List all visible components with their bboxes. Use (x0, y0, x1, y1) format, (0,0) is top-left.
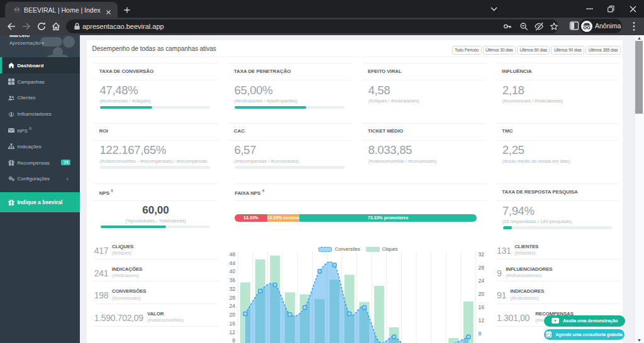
lock-icon[interactable] (74, 23, 80, 30)
kpi-caption: (#cliques / #indicadores) (369, 98, 419, 104)
card-divider (362, 80, 486, 80)
card-divider (94, 80, 218, 80)
filter-todo-periodo[interactable]: Todo Período (452, 46, 482, 55)
sidebar-item-influenciadores[interactable]: Influenciadores (0, 106, 80, 122)
svg-text:12: 12 (230, 329, 236, 335)
reload-icon[interactable] (36, 21, 47, 31)
menu-dots-icon[interactable] (631, 21, 637, 32)
progress-fill (503, 226, 512, 229)
card-divider (362, 140, 486, 141)
scrollbar-thumb[interactable] (635, 41, 643, 114)
nps-caption: (%promotores - %detratores) (94, 218, 218, 224)
filter-365-dias[interactable]: Últimos 365 dias (586, 46, 621, 55)
address-bar[interactable]: apresentacao.beeviral.app (66, 19, 558, 33)
stat-caption: (#cliques) (112, 250, 133, 256)
sidebar-item-recompensas[interactable]: Recompensas 73 (0, 155, 80, 171)
stat-caption: (#indicadores) (510, 295, 544, 301)
star-icon[interactable] (550, 22, 558, 31)
consultoria-button[interactable]: Agende uma consultoria gratuita (544, 329, 624, 340)
demo-button[interactable]: Assita uma demonstração (544, 315, 625, 327)
home-icon[interactable] (51, 21, 61, 31)
svg-text:20: 20 (479, 291, 485, 297)
stat-caption: (#clientes) (514, 250, 538, 256)
stat-value: 1.301,00 (497, 313, 530, 323)
registered-mark: ® (262, 189, 264, 193)
progress-fill (100, 106, 152, 109)
page-scrollbar[interactable]: ▲ ▼ (634, 35, 644, 343)
kpi-faixa-nps: FAIXA NPS ® 13.33% 13.33% neutros 73.33%… (235, 183, 487, 237)
kpi-caption: (#valorconvertido - #recompensas) / #rec… (100, 158, 208, 164)
stat-label: CLIQUES (112, 244, 133, 249)
sidebar-item-nps[interactable]: NPS ® (0, 122, 80, 139)
card-divider (228, 80, 352, 80)
icon-glyph (8, 111, 14, 117)
browser-tab[interactable]: BEEVIRAL | Home | Index (5, 2, 118, 18)
screen: BEEVIRAL | Home | Index (0, 0, 644, 343)
card-divider (94, 200, 218, 201)
stat-meta: CLIQUES(#cliques) (112, 244, 133, 256)
sidebar-item-dashboard[interactable]: Dashboard (0, 57, 80, 74)
restore-glyph (608, 6, 614, 13)
kpi-caption: (#conversoes / #indicadores) (502, 98, 563, 104)
svg-text:8: 8 (232, 338, 235, 343)
back-icon[interactable] (6, 21, 16, 31)
nps-stacked-bar: 13.33% 13.33% neutros 73.33% promotores (235, 214, 477, 222)
browser-toolbar: apresentacao.beeviral.app (0, 18, 644, 35)
stat-label: CONVERSÕES (112, 288, 146, 294)
sidebar-item-indicacoes[interactable]: Indicações (0, 138, 80, 155)
legend-conversoes-marker[interactable] (318, 247, 332, 252)
key-icon[interactable] (503, 22, 512, 31)
progress-bar (235, 166, 345, 168)
svg-text:28: 28 (479, 264, 485, 271)
window-minimize-icon[interactable] (584, 0, 595, 18)
sidebar-item-configuracoes[interactable]: Configurações ‹ (0, 171, 80, 187)
legend-cliques-label[interactable]: Cliques (382, 246, 398, 252)
filter-60-dias[interactable]: Últimos 60 dias (517, 46, 550, 55)
sitemap-icon (8, 143, 14, 150)
kpi-value: 8.033,85 (369, 143, 413, 157)
gift-icon (8, 199, 14, 206)
profile-name: Anônima (595, 22, 621, 30)
registered-mark: ® (111, 189, 113, 193)
zoom-icon[interactable] (519, 22, 528, 31)
svg-text:20: 20 (230, 312, 236, 318)
svg-text:28: 28 (230, 295, 236, 301)
new-tab-icon[interactable] (123, 5, 131, 13)
favicon-beeviral-icon (14, 7, 20, 13)
kpi-value: 2,25 (502, 143, 525, 157)
decorative-blob (63, 36, 75, 48)
stat-value: 91 (497, 290, 506, 300)
profile-chip[interactable]: Anônima (579, 19, 622, 33)
legend-cliques-marker[interactable] (366, 247, 380, 252)
kpi-ticket-medio: TICKET MÉDIO 8.033,85 (#valorconvertido … (362, 123, 486, 184)
svg-text:24: 24 (230, 303, 236, 310)
kpi-nps: NPS ® 60,00 (%promotores - %detratores) (94, 183, 218, 237)
registered-mark: ® (29, 127, 31, 131)
url-text[interactable]: apresentacao.beeviral.app (82, 23, 164, 30)
stat-valor: 1.590.702,09 VALOR(#valorconvertido) (94, 304, 218, 327)
tab-close-icon[interactable] (106, 6, 113, 14)
filter-90-dias[interactable]: Últimos 90 dias (551, 46, 584, 55)
user-subtitle[interactable]: Apresentação ▾ (9, 40, 44, 46)
side-panel-icon[interactable] (569, 21, 579, 31)
filter-30-dias[interactable]: Últimos 30 dias (483, 46, 516, 55)
progress-bar (100, 166, 210, 168)
sidebar-item-indique-beeviral[interactable]: Indique a beeviral (0, 192, 80, 212)
forward-icon[interactable] (21, 21, 31, 31)
progress-fill (101, 226, 166, 228)
user-subtitle-text: Apresentação (9, 40, 40, 46)
window-close-icon[interactable] (627, 0, 638, 18)
tab-search-chevron-icon[interactable] (488, 0, 499, 18)
eye-off-icon[interactable] (535, 22, 543, 31)
scroll-down-icon[interactable]: ▼ (635, 338, 644, 342)
panel-title: Desempenho de todas as campanhas ativas (92, 45, 216, 52)
legend-conversoes-label[interactable]: Conversões (335, 246, 360, 252)
sidebar-item-campanhas[interactable]: Campanhas (0, 74, 80, 90)
icon-glyph (8, 95, 14, 101)
sidebar-item-clientes[interactable]: Clientes (0, 90, 80, 106)
kpi-value: 2,18 (502, 84, 525, 97)
stat-value: 131 (497, 246, 511, 256)
kpi-value: 65,00% (235, 84, 273, 97)
scroll-up-icon[interactable]: ▲ (635, 36, 644, 40)
window-restore-icon[interactable] (605, 0, 616, 18)
